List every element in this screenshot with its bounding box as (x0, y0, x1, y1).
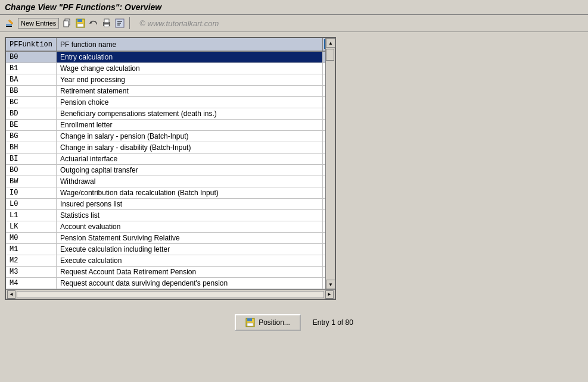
table-row[interactable]: BAYear end processing (6, 74, 335, 86)
cell-name: Entry calculation (57, 51, 323, 63)
position-icon (245, 318, 255, 327)
cell-name: Request Account Data Retirement Pension (57, 267, 323, 278)
cell-name: Retirement statement (57, 86, 323, 97)
col-header-name: PF function name (57, 38, 323, 51)
cell-name: Withdrawal (57, 176, 323, 187)
cell-name: Enrollment letter (57, 120, 323, 131)
cell-code: B1 (6, 63, 57, 74)
table-row[interactable]: M1Execute calculation including letter (6, 244, 335, 255)
svg-rect-19 (247, 318, 252, 321)
scroll-right-arrow[interactable]: ► (325, 290, 334, 299)
footer: Position... Entry 1 of 80 (0, 305, 588, 340)
table-row[interactable]: BCPension choice (6, 97, 335, 108)
cell-name: Account evaluation (57, 221, 323, 233)
cell-code: BB (6, 86, 57, 97)
table-row[interactable]: M2Execute calculation (6, 255, 335, 267)
col-header-code: PFFunktion (6, 38, 57, 51)
svg-rect-11 (104, 24, 109, 27)
entry-info: Entry 1 of 80 (313, 318, 353, 327)
table-row[interactable]: L0Insured persons list (6, 199, 335, 210)
copy-icon[interactable] (63, 18, 72, 28)
svg-rect-10 (104, 19, 109, 23)
h-scroll-track (17, 291, 324, 298)
cell-name: Change in salary - pension (Batch-Input) (57, 131, 323, 142)
table-body: B0Entry calculationB1Wage change calcula… (6, 51, 335, 289)
cell-code: M3 (6, 267, 57, 278)
cell-name: Execute calculation (57, 255, 323, 267)
cell-name: Execute calculation including letter (57, 244, 323, 255)
cell-name: Change in salary - disability (Batch-Inp… (57, 142, 323, 154)
save-icon[interactable] (76, 18, 85, 28)
table-row[interactable]: BWWithdrawal (6, 176, 335, 187)
cell-code: M4 (6, 278, 57, 289)
cell-name: Wage/contribution data recalculation (Ba… (57, 187, 323, 199)
scroll-thumb[interactable] (326, 49, 334, 61)
new-entries-button[interactable]: New Entries (18, 18, 59, 29)
print-icon[interactable] (102, 18, 111, 28)
table-row[interactable]: B1Wage change calculation (6, 63, 335, 74)
table-row[interactable]: BBRetirement statement (6, 86, 335, 97)
scroll-up-arrow[interactable]: ▲ (326, 38, 335, 48)
watermark: © www.tutorialkart.com (139, 19, 219, 28)
svg-rect-4 (64, 21, 69, 27)
vertical-scrollbar[interactable]: ▲ ▼ (325, 38, 335, 289)
cell-name: Statistics list (57, 210, 323, 221)
scroll-track (326, 48, 335, 280)
cell-code: BI (6, 154, 57, 165)
scroll-left-arrow[interactable]: ◄ (7, 290, 15, 299)
svg-marker-1 (8, 20, 13, 24)
horizontal-scrollbar[interactable]: ◄ ► (6, 289, 335, 299)
cell-name: Year end processing (57, 74, 323, 86)
position-button[interactable]: Position... (235, 314, 301, 331)
toolbar-separator (129, 17, 130, 29)
table-row[interactable]: M0Pension Statement Surviving Relative (6, 233, 335, 244)
cell-code: M1 (6, 244, 57, 255)
svg-rect-2 (6, 26, 12, 27)
cell-name: Pension choice (57, 97, 323, 108)
table-row[interactable]: LKAccount evaluation (6, 221, 335, 233)
svg-rect-6 (77, 19, 82, 22)
cell-name: Insured persons list (57, 199, 323, 210)
cell-code: M0 (6, 233, 57, 244)
cell-name: Actuarial interface (57, 154, 323, 165)
main-content: PFFunktion PF function name (0, 32, 588, 305)
edit-icon (5, 18, 14, 28)
undo-icon[interactable] (89, 18, 98, 28)
cell-code: B0 (6, 51, 57, 63)
cell-name: Pension Statement Surviving Relative (57, 233, 323, 244)
table-row[interactable]: L1Statistics list (6, 210, 335, 221)
toolbar: New Entries (0, 15, 588, 32)
cell-code: L1 (6, 210, 57, 221)
table-row[interactable]: M4Request account data surviving depende… (6, 278, 335, 289)
cell-name: Outgoing capital transfer (57, 165, 323, 176)
position-button-label: Position... (259, 318, 290, 327)
table-row[interactable]: BEEnrollment letter (6, 120, 335, 131)
table-row[interactable]: BDBeneficiary compensations statement (d… (6, 108, 335, 120)
table-row[interactable]: BOOutgoing capital transfer (6, 165, 335, 176)
table-row[interactable]: M3Request Account Data Retirement Pensio… (6, 267, 335, 278)
table-row[interactable]: I0Wage/contribution data recalculation (… (6, 187, 335, 199)
table-row[interactable]: BGChange in salary - pension (Batch-Inpu… (6, 131, 335, 142)
scroll-down-arrow[interactable]: ▼ (326, 280, 335, 289)
window-title: Change View "PF Functions": Overview (0, 0, 588, 15)
cell-code: M2 (6, 255, 57, 267)
cell-code: BA (6, 74, 57, 86)
svg-rect-7 (77, 24, 83, 27)
cell-code: L0 (6, 199, 57, 210)
find-icon[interactable] (115, 18, 125, 28)
new-entries-label: New Entries (21, 20, 56, 27)
cell-code: BD (6, 108, 57, 120)
table-row[interactable]: B0Entry calculation (6, 51, 335, 63)
table-header-row: PFFunktion PF function name (6, 38, 335, 51)
pf-functions-table: PFFunktion PF function name (6, 38, 335, 289)
svg-rect-0 (6, 24, 12, 26)
cell-code: BE (6, 120, 57, 131)
cell-name: Wage change calculation (57, 63, 323, 74)
table-row[interactable]: BIActuarial interface (6, 154, 335, 165)
table-row[interactable]: BHChange in salary - disability (Batch-I… (6, 142, 335, 154)
cell-code: BO (6, 165, 57, 176)
svg-rect-20 (247, 323, 253, 326)
cell-code: LK (6, 221, 57, 233)
cell-name: Beneficiary compensations statement (dea… (57, 108, 323, 120)
cell-code: BW (6, 176, 57, 187)
